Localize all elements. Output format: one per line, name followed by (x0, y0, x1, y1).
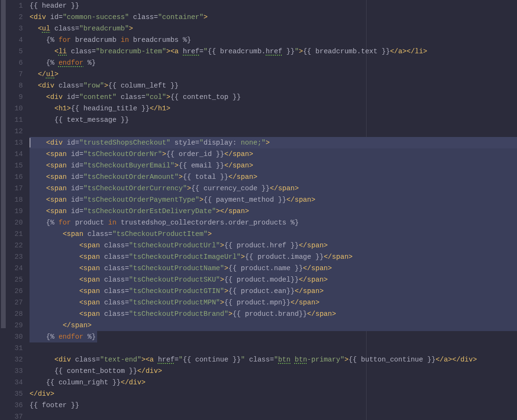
line-number[interactable]: 16 (7, 171, 23, 183)
code-line[interactable]: {{ header }} (30, 0, 517, 11)
code-line[interactable]: <span class="tsCheckoutProductSKU">{{ pr… (30, 274, 517, 285)
line-number[interactable]: 18 (7, 194, 23, 205)
code-line[interactable]: <span class="tsCheckoutProductUrl">{{ pr… (30, 240, 517, 251)
code-line[interactable]: <span class="tsCheckoutProductMPN">{{ pr… (30, 297, 517, 308)
code-line[interactable]: <span class="tsCheckoutProductName">{{ p… (30, 263, 517, 274)
line-number[interactable]: 24 (7, 263, 23, 274)
line-number[interactable]: 3 (7, 23, 23, 34)
line-number[interactable]: 4 (7, 34, 23, 46)
code-line[interactable]: {% endfor %} (30, 331, 517, 342)
code-line[interactable]: {{ column_right }}</div> (30, 377, 517, 388)
line-number[interactable]: 22 (7, 240, 23, 251)
line-number[interactable]: 27 (7, 297, 23, 308)
code-line[interactable]: <span class="tsCheckoutProductImageUrl">… (30, 251, 517, 263)
line-number[interactable]: 13 (7, 137, 23, 148)
code-line[interactable]: <li class="breadcrumb-item"><a href="{{ … (30, 46, 517, 57)
line-number[interactable]: 11 (7, 114, 23, 126)
code-line[interactable]: <span id="tsCheckoutBuyerEmail">{{ email… (30, 160, 517, 171)
code-line[interactable]: <span class="tsCheckoutProductGTIN">{{ p… (30, 285, 517, 297)
code-content[interactable]: {{ header }} <div id="common-success" cl… (30, 0, 517, 420)
line-number[interactable]: 25 (7, 274, 23, 285)
line-number[interactable]: 37 (7, 411, 23, 420)
line-number[interactable]: 36 (7, 400, 23, 411)
code-line[interactable]: <span id="tsCheckoutOrderNr">{{ order_id… (30, 148, 517, 160)
line-number[interactable]: 5 (7, 46, 23, 57)
code-line[interactable]: <div class="row">{{ column_left }} (30, 80, 517, 91)
line-number[interactable]: 8 (7, 80, 23, 91)
line-number[interactable]: 33 (7, 365, 23, 377)
line-number[interactable]: 35 (7, 388, 23, 400)
line-number[interactable]: 30 (7, 331, 23, 342)
code-line[interactable]: <div id="common-success" class="containe… (30, 11, 517, 23)
line-number[interactable]: 32 (7, 354, 23, 365)
line-number[interactable]: 6 (7, 57, 23, 68)
code-line[interactable]: {% for breadcrumb in breadcrumbs %} (30, 34, 517, 46)
line-number[interactable]: 1 (7, 0, 23, 11)
code-line[interactable]: </ul> (30, 68, 517, 80)
code-line[interactable]: <span class="tsCheckoutProductItem"> (30, 228, 517, 240)
line-number[interactable]: 12 (7, 126, 23, 137)
line-number[interactable]: 23 (7, 251, 23, 263)
code-line[interactable] (30, 126, 517, 137)
code-line[interactable]: </span> (30, 320, 517, 331)
line-number[interactable]: 28 (7, 308, 23, 320)
line-number[interactable]: 9 (7, 91, 23, 103)
line-number-gutter[interactable]: 1 2 3 4 5 6 7 8 9 10 11 12 13 14 15 16 1… (7, 0, 30, 420)
line-number[interactable]: 15 (7, 160, 23, 171)
code-line[interactable]: <ul class="breadcrumb"> (30, 23, 517, 34)
line-number[interactable]: 19 (7, 205, 23, 217)
line-number[interactable]: 17 (7, 183, 23, 194)
line-number[interactable]: 21 (7, 228, 23, 240)
code-line[interactable]: <span class="tsCheckoutProductBrand">{{ … (30, 308, 517, 320)
code-line[interactable]: <div id="content" class="col">{{ content… (30, 91, 517, 103)
line-number[interactable]: 2 (7, 11, 23, 23)
vertical-scrollbar[interactable] (0, 0, 7, 420)
code-line[interactable]: <h1>{{ heading_title }}</h1> (30, 103, 517, 114)
code-line[interactable]: {{ text_message }} (30, 114, 517, 126)
code-line[interactable]: <span id="tsCheckoutOrderPaymentType">{{… (30, 194, 517, 205)
scrollbar-thumb[interactable] (1, 0, 6, 328)
code-line[interactable]: {{ footer }} (30, 400, 517, 411)
code-editor[interactable]: 1 2 3 4 5 6 7 8 9 10 11 12 13 14 15 16 1… (0, 0, 517, 420)
code-line[interactable]: <span id="tsCheckoutOrderCurrency">{{ cu… (30, 183, 517, 194)
text-caret (30, 138, 30, 147)
line-number[interactable]: 10 (7, 103, 23, 114)
code-line[interactable] (30, 411, 517, 420)
line-number[interactable]: 20 (7, 217, 23, 228)
code-line[interactable]: {{ content_bottom }}</div> (30, 365, 517, 377)
code-line[interactable] (30, 342, 517, 354)
line-number[interactable]: 34 (7, 377, 23, 388)
code-line[interactable]: <div id="trustedShopsCheckout" style="di… (30, 137, 517, 148)
line-number[interactable]: 14 (7, 148, 23, 160)
line-number[interactable]: 7 (7, 68, 23, 80)
code-line[interactable]: <span id="tsCheckoutOrderAmount">{{ tota… (30, 171, 517, 183)
line-number[interactable]: 31 (7, 342, 23, 354)
line-number[interactable]: 26 (7, 285, 23, 297)
code-line[interactable]: {% endfor %} (30, 57, 517, 68)
code-line[interactable]: <div class="text-end"><a href="{{ contin… (30, 354, 517, 365)
code-line[interactable]: <span id="tsCheckoutOrderEstDeliveryDate… (30, 205, 517, 217)
line-number[interactable]: 29 (7, 320, 23, 331)
code-line[interactable]: {% for product in trustedshop_collectord… (30, 217, 517, 228)
code-line[interactable]: </div> (30, 388, 517, 400)
